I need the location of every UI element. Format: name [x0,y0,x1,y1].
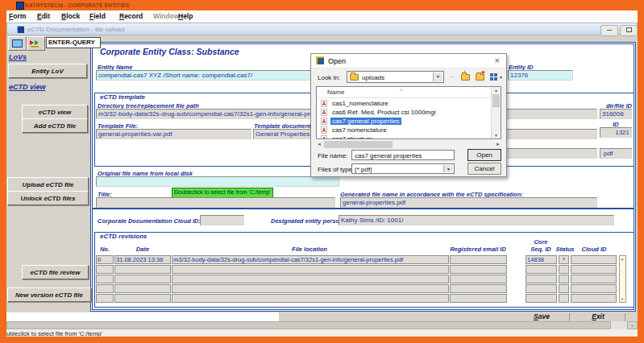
menu-field[interactable]: Field [89,12,106,20]
upload-ectd-file-button[interactable]: Upload eCTD file [7,177,89,192]
menu-record[interactable]: Record [119,12,143,20]
menu-help[interactable]: Help [178,12,193,20]
designated-person-label: Designated entity person: [271,217,345,225]
revision-cell[interactable] [559,265,569,274]
open-file-dialog: Open × Look in: uploads ▼ ← ↑ ✱ ▼ Name c… [310,53,507,177]
revision-cell[interactable] [172,284,449,293]
new-folder-icon[interactable] [476,74,484,81]
menu-form[interactable]: Form [9,12,26,20]
chevron-down-icon[interactable]: ▼ [443,165,453,172]
revision-cell-status[interactable]: * [559,255,569,264]
title-field[interactable] [96,197,335,208]
revision-cell-no[interactable]: 0 [96,255,114,264]
toolbar-query-button[interactable] [27,36,45,51]
revision-cell[interactable] [450,294,507,303]
view-menu-icon[interactable] [490,73,493,76]
scrollbar-thumb[interactable] [492,94,500,107]
revision-cell[interactable] [172,275,449,283]
scrollbar-thumb[interactable] [324,141,393,148]
toolbar-exit-button[interactable] [8,36,27,51]
revision-cell[interactable] [172,294,449,303]
generated-name-field[interactable]: general-properties.pdf [340,197,597,208]
revision-cell[interactable] [559,294,569,303]
file-list-hscrollbar[interactable]: ◄ ► [316,141,501,148]
files-of-type-dropdown[interactable]: (*.pdf) ▼ [351,163,455,174]
revision-cell[interactable] [114,294,171,303]
revision-cell[interactable] [96,265,114,274]
revision-cell[interactable] [571,284,617,293]
ectd-file-review-button[interactable]: eCTD file review [22,265,89,279]
revision-cell[interactable] [114,284,171,293]
revision-cell[interactable] [571,265,617,274]
entity-id-field[interactable]: 12376 [508,70,573,81]
template-file-field[interactable]: general-properties-var.pdf [96,129,251,139]
file-list-scrollbar[interactable]: ▲ ▼ [491,87,501,138]
minimize-button[interactable] [600,25,618,36]
file-list-item-selected[interactable]: cas7 general properties [317,117,490,126]
chevron-down-icon[interactable]: ▼ [433,72,442,81]
revision-cell[interactable] [96,275,114,283]
file-list-item[interactable]: cas7 structure [317,134,490,139]
revision-cell-date[interactable]: 31.08.2023 13:36 [114,255,171,264]
cancel-button[interactable]: Cancel [467,163,501,175]
view-menu-arrow[interactable]: ▼ [499,75,503,80]
scroll-right-icon[interactable]: ► [496,142,501,147]
new-version-ectd-file-button[interactable]: New version eCTD file [7,287,91,302]
inner-window-titlebar: eCTD Documentation - file upload [6,23,638,35]
revision-cell[interactable] [526,265,557,274]
revision-cell-file[interactable]: m3/32-body-data/32s-drug-sub/compendial-… [172,255,449,264]
revision-cell[interactable] [559,275,569,283]
revision-cell[interactable] [172,265,449,274]
designated-person-field[interactable]: Kathy Sims /ID: 1001/ [339,215,614,225]
file-list-item[interactable]: cas6 Ref. Med. Product csi 1000mgl [317,108,490,117]
revision-cell-seq[interactable]: 14838 [526,255,557,264]
file-name-input[interactable]: cas7 general properties [351,150,455,160]
close-icon[interactable]: × [495,56,500,65]
dirfile-id-field[interactable]: 316008 [600,109,632,119]
menu-edit[interactable]: Edit [37,12,50,20]
file-list-item[interactable]: cas1_nomenclature [317,99,490,108]
id-field[interactable]: 1321 [600,127,632,138]
file-list-item[interactable]: cas7 nomenclature [317,126,490,134]
file-list-header[interactable]: Name [317,87,501,98]
revision-cell[interactable] [450,284,507,293]
original-filename-field[interactable] [96,176,339,187]
up-one-level-icon[interactable] [461,74,470,81]
revision-cell[interactable] [571,294,617,303]
revisions-scrollbar[interactable] [619,255,626,303]
revision-cell[interactable] [526,275,557,283]
scroll-up-icon[interactable]: ▲ [492,88,501,93]
menu-bar: Form Edit Block Field Record Window Help [6,10,638,23]
revision-cell[interactable] [559,284,569,293]
look-in-dropdown[interactable]: uploads ▼ [347,71,444,83]
ectd-view-button[interactable]: eCTD view [22,105,88,119]
revision-cell[interactable] [450,275,507,283]
pdf-icon [321,100,327,107]
revision-cell-email[interactable] [450,255,507,264]
extension-field[interactable]: .pdf [600,148,632,159]
open-button[interactable]: Open [467,149,501,161]
revision-cell[interactable] [450,265,507,274]
up-arrow-glyph: ↑ [463,69,466,74]
revision-cell[interactable] [114,275,171,283]
revision-cell[interactable] [96,294,114,303]
add-ectd-file-button[interactable]: Add eCTD file [22,118,88,133]
back-arrow-icon[interactable]: ← [449,72,456,80]
menu-block[interactable]: Block [61,12,80,20]
revision-cell[interactable] [526,294,557,303]
revision-cell-cloud[interactable] [571,255,617,264]
revision-cell[interactable] [96,284,114,293]
scroll-right-arrow[interactable]: › [627,321,638,329]
revision-cell[interactable] [114,265,171,274]
horizontal-scrollbar[interactable]: › [6,321,638,329]
scrollbar-thumb[interactable] [6,321,611,329]
cloud-id-field[interactable] [200,215,244,225]
revision-cell[interactable] [526,284,557,293]
scroll-left-icon[interactable]: ◄ [317,142,322,147]
entity-lov-button[interactable]: Entity LoV [8,64,87,78]
restore-button[interactable] [620,25,638,36]
revision-cell[interactable] [571,275,617,283]
unlock-ectd-files-button[interactable]: Unlock eCTD files [7,191,89,205]
name-column-header[interactable]: Name [327,89,344,96]
scroll-down-icon[interactable]: ▼ [492,133,501,138]
